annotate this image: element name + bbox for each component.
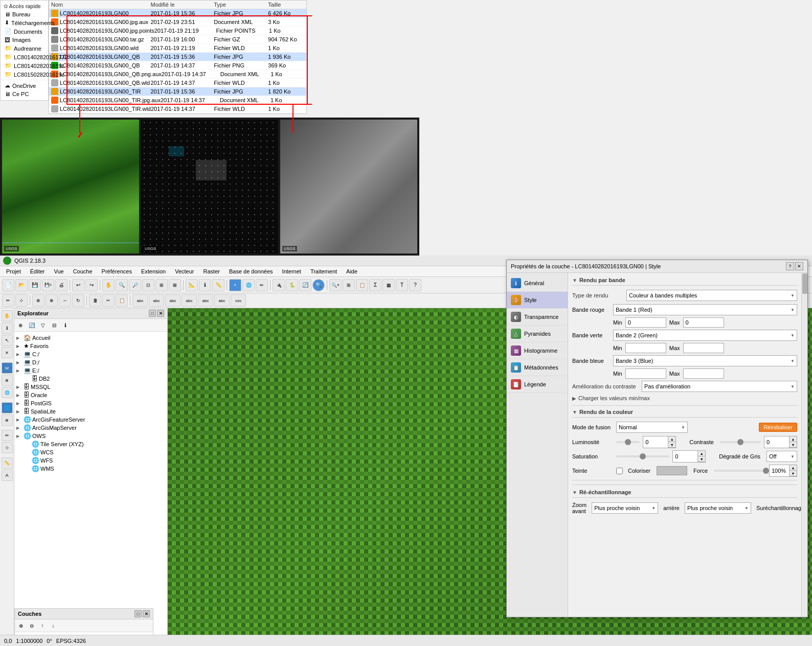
luminosite-down[interactable]: ▼ xyxy=(668,442,675,448)
ds-style[interactable]: 🎨 Style xyxy=(507,292,568,309)
teinte-color-swatch[interactable] xyxy=(657,466,687,475)
exp-collapse[interactable]: ⊟ xyxy=(49,320,59,330)
tb-select[interactable]: 📐 xyxy=(186,279,198,291)
tree-item-11[interactable]: ▶🌐ArcGisMapServer xyxy=(16,424,165,432)
scroll-thumb[interactable] xyxy=(802,273,807,294)
mode-fusion-select[interactable]: Normal ▼ xyxy=(616,422,688,433)
bande-bleue-select[interactable]: Bande 3 (Blue) ▼ xyxy=(613,355,797,366)
tree-item-15[interactable]: 🌐WFS xyxy=(25,456,165,465)
tb-zoom-select[interactable]: ⊠ xyxy=(169,279,181,291)
degrade-select[interactable]: Off ▼ xyxy=(766,451,797,462)
menu-item-vue[interactable]: Vue xyxy=(50,267,68,275)
explorer-dock-btn[interactable]: □ xyxy=(149,310,156,317)
force-thumb[interactable] xyxy=(763,468,769,474)
tree-item-5[interactable]: 🗄DB2 xyxy=(25,375,165,383)
saturation-input[interactable] xyxy=(672,450,698,463)
ds-pyramid[interactable]: △ Pyramides xyxy=(507,326,568,342)
ds-trans[interactable]: ◐ Transparence xyxy=(507,309,568,326)
tree-item-14[interactable]: 🌐WCS xyxy=(25,448,165,456)
charger-values-btn[interactable]: ▶ Charger les valeurs min/max xyxy=(572,395,797,401)
menu-item-raster[interactable]: Raster xyxy=(199,267,224,275)
min-input-2[interactable] xyxy=(625,343,666,353)
file-row-9[interactable]: LC80140282016193LGN00_TIR 2017-01-19 15:… xyxy=(49,87,306,96)
lt-add-wms[interactable]: W xyxy=(2,362,13,374)
ds-general[interactable]: ℹ Général xyxy=(507,275,568,292)
menu-item-traitement[interactable]: Traitement xyxy=(306,267,341,275)
zoom-avant-select[interactable]: Plus proche voisin ▼ xyxy=(592,502,658,514)
tb-refresh[interactable]: 🔄 xyxy=(299,279,311,291)
menu-item-vecteur[interactable]: Vecteur xyxy=(171,267,198,275)
contraste-input[interactable] xyxy=(764,436,790,448)
exp-refresh[interactable]: 🔄 xyxy=(27,320,37,330)
force-input[interactable] xyxy=(769,465,790,477)
tb-redo[interactable]: ↪ xyxy=(85,279,98,291)
lt-select[interactable]: ↖ xyxy=(2,335,13,346)
contraste-slider[interactable] xyxy=(720,441,761,443)
tb-add-raster[interactable]: 🌐 xyxy=(242,279,255,291)
luminosite-slider[interactable] xyxy=(616,441,640,443)
tb2-abc2[interactable]: abc xyxy=(149,294,164,307)
tree-item-1[interactable]: ▶★Favoris xyxy=(16,342,165,350)
lt-add-raster2[interactable]: 🌐 xyxy=(2,387,13,398)
couches-dock-btn[interactable]: □ xyxy=(134,610,142,617)
file-row-5[interactable]: LC80140282016193LGN00_QB 2017-01-19 15:3… xyxy=(49,53,306,61)
saturation-up[interactable]: ▲ xyxy=(698,451,705,456)
couches-close-btn[interactable]: ✕ xyxy=(143,610,150,617)
tb-sum[interactable]: Σ xyxy=(369,279,381,291)
couches-up[interactable]: ↑ xyxy=(37,620,48,631)
max-input-3[interactable] xyxy=(683,368,724,379)
tb2-csv[interactable]: csv xyxy=(231,294,246,307)
luminosite-input[interactable] xyxy=(643,436,668,448)
menu-item-extension[interactable]: Extension xyxy=(137,267,170,275)
tb-atlas[interactable]: 📋 xyxy=(356,279,368,291)
menu-item-prfrences[interactable]: Préférences xyxy=(98,267,136,275)
menu-item-internet[interactable]: Internet xyxy=(278,267,305,275)
contraste-down[interactable]: ▼ xyxy=(790,442,797,448)
sidebar-audreanne[interactable]: 📁 Audreanne xyxy=(1,44,48,53)
menu-item-aide[interactable]: Aide xyxy=(342,267,362,275)
tb-measure[interactable]: 📏 xyxy=(212,279,224,291)
tree-item-8[interactable]: ▶🗄PostGIS xyxy=(16,399,165,407)
tb2-copy[interactable]: 📋 xyxy=(116,294,128,307)
lt-identify[interactable]: ℹ xyxy=(2,322,13,334)
file-row-7[interactable]: LC80140282016193LGN00_QB.png.aux 2017-01… xyxy=(49,70,306,79)
coloriser-checkbox[interactable] xyxy=(616,468,623,474)
file-row-1[interactable]: LC80140282016193LGN00.jpg.aux 2017-02-19… xyxy=(49,18,306,27)
tb-pan[interactable]: ✋ xyxy=(102,279,115,291)
tree-item-9[interactable]: ▶🗄SpatiaLite xyxy=(16,407,165,416)
tb-add-layer[interactable]: + xyxy=(229,279,241,291)
sidebar-documents[interactable]: 📄 Documents xyxy=(1,27,48,36)
couches-remove[interactable]: ⊖ xyxy=(27,620,37,631)
tb-undo[interactable]: ↩ xyxy=(72,279,84,291)
bande-verte-select[interactable]: Bande 2 (Green) ▼ xyxy=(613,330,797,341)
tb2-rotate[interactable]: ↻ xyxy=(72,294,84,307)
tree-item-6[interactable]: ▶🗄MSSQL xyxy=(16,383,165,391)
tree-item-16[interactable]: 🌐WMS xyxy=(25,465,165,473)
force-down[interactable]: ▼ xyxy=(790,471,797,476)
menu-item-projet[interactable]: Projet xyxy=(2,267,25,275)
tb-plugins[interactable]: 🔌 xyxy=(273,279,285,291)
max-input-2[interactable] xyxy=(683,343,724,353)
tree-item-10[interactable]: ▶🌐ArcGisFeatureServer xyxy=(16,416,165,424)
tree-item-3[interactable]: ▶💻D:/ xyxy=(16,358,165,366)
couches-add[interactable]: ⊕ xyxy=(16,620,26,631)
sidebar-images[interactable]: 🖼 Images xyxy=(1,36,48,44)
dialog-help-btn[interactable]: ? xyxy=(786,262,794,270)
tb2-edit[interactable]: ✏ xyxy=(2,294,14,307)
file-row-0[interactable]: LC80140282016193LGN00 2017-01-19 15:36 F… xyxy=(49,9,306,18)
lt-label[interactable]: A xyxy=(2,470,13,481)
exp-info[interactable]: ℹ xyxy=(60,320,71,330)
ds-legend[interactable]: 📑 Légende xyxy=(507,376,568,393)
tb-zoom-out[interactable]: 🔎 xyxy=(129,279,141,291)
file-row-11[interactable]: LC80140282016193LGN00_TIR.wld 2017-01-19… xyxy=(49,105,306,113)
contraste-up[interactable]: ▲ xyxy=(790,436,797,442)
tb-zoom-ctrl[interactable]: 🔍+ xyxy=(329,279,342,291)
lt-pan[interactable]: ✋ xyxy=(2,310,13,321)
file-row-2[interactable]: LC80140282016193LGN00.jpg.points 2017-01… xyxy=(49,27,306,35)
tb-zoom-in[interactable]: 🔍 xyxy=(116,279,128,291)
tb-new[interactable]: 📄 xyxy=(2,279,14,291)
reinitialiser-btn[interactable]: Réinitialiser xyxy=(759,423,797,432)
tb2-snap2[interactable]: ⊕ xyxy=(46,294,58,307)
explorer-close-btn[interactable]: ✕ xyxy=(157,310,164,317)
tb2-cut[interactable]: ✂ xyxy=(102,294,115,307)
